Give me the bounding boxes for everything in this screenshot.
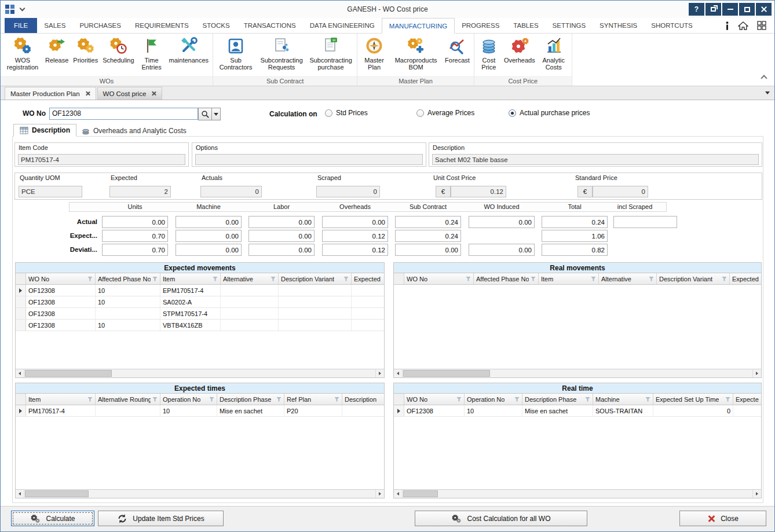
filter-icon[interactable] [514,397,520,402]
cost-cell[interactable]: 1.06 [542,230,608,242]
horizontal-scrollbar[interactable] [16,369,384,377]
cost-cell[interactable]: 0.00 [469,216,535,228]
cell[interactable] [279,285,352,296]
row-selector-header[interactable] [16,394,26,405]
column-header-affected-phase-no[interactable]: Affected Phase No [474,273,539,284]
column-header-description-variant[interactable]: Description Variant [279,273,352,284]
ribbon-item-time-entries[interactable]: Time Entries [137,35,167,72]
column-header-wo-no[interactable]: WO No [26,273,96,284]
horizontal-scrollbar[interactable] [394,489,761,498]
cost-cell[interactable]: 0.82 [542,244,608,256]
column-header-ref-plan[interactable]: Ref Plan [284,394,342,405]
unit-cost-price-field[interactable]: 0.12 [451,186,506,197]
cell[interactable]: EPM170517-4 [160,285,221,296]
cost-cell[interactable]: 0.12 [322,230,388,242]
menu-tab-purchases[interactable]: PURCHASES [72,18,128,33]
radio-actual-purchase-prices[interactable]: Actual purchase prices [509,109,590,117]
filter-icon[interactable] [334,397,339,402]
scrollbar-thumb[interactable] [25,490,89,497]
home-icon[interactable] [738,21,748,30]
menu-tab-shortcuts[interactable]: SHORTCUTS [644,18,699,33]
column-header-wo-no[interactable]: WO No [404,394,465,405]
scrollbar-thumb[interactable] [25,370,112,377]
column-header-alternative[interactable]: Alternative [221,273,279,284]
filter-icon[interactable] [152,397,158,402]
cost-calculation-for-all-wo-button[interactable]: Cost Calculation for all WO [415,511,587,526]
column-header-machine[interactable]: Machine [593,394,653,405]
filter-icon[interactable] [531,277,536,281]
column-header-description[interactable]: Description [342,394,384,405]
filter-icon[interactable] [722,277,727,281]
ribbon-item-sub-purchase[interactable]: st Subcontracting purchase [306,35,355,72]
filter-icon[interactable] [87,397,93,402]
description-field[interactable]: Sachet M02 Table basse [432,154,759,165]
close-button[interactable] [756,3,772,16]
cell[interactable]: 10 [96,285,160,296]
minimize-button[interactable] [722,3,738,16]
options-field[interactable] [195,154,423,165]
column-header-item[interactable]: Item [539,273,599,284]
cost-cell[interactable]: 0.12 [322,244,388,256]
search-button[interactable] [198,108,212,120]
menu-tab-stocks[interactable]: STOCKS [196,18,237,33]
cell[interactable] [733,405,761,416]
filter-icon[interactable] [649,277,654,281]
filter-icon[interactable] [585,397,590,402]
cost-cell[interactable]: 0.00 [176,230,242,242]
cell[interactable] [279,296,352,307]
filter-icon[interactable] [466,277,471,281]
cell[interactable] [96,405,160,416]
item-code-field[interactable]: PM170517-4 [18,154,185,165]
menu-tab-settings[interactable]: SETTINGS [546,18,593,33]
filter-icon[interactable] [276,397,282,402]
info-icon[interactable] [725,21,729,30]
cost-cell[interactable]: 0.00 [248,230,315,242]
menu-tab-requirements[interactable]: REQUIREMENTS [128,18,196,33]
tab-description[interactable]: Description [13,124,76,137]
column-header-alternative[interactable]: Alternative [599,273,657,284]
cost-cell[interactable]: 0.24 [542,216,608,228]
scroll-left-button[interactable] [394,369,403,377]
maximize-button[interactable] [739,3,755,16]
wo-no-input[interactable]: OF12308 [49,108,198,120]
cost-cell[interactable]: 0.70 [102,244,168,256]
column-header-affected-phase-no[interactable]: Affected Phase No [96,273,160,284]
doc-tab-master-production-plan[interactable]: Master Production Plan [5,87,96,100]
row-selector-header[interactable] [394,394,404,405]
cost-cell[interactable]: 0.00 [469,244,535,256]
scroll-right-button[interactable] [752,369,761,377]
cost-cell[interactable]: 0.00 [395,244,461,256]
column-header-item[interactable]: Item [160,273,221,284]
menu-tab-sales[interactable]: SALES [37,18,72,33]
cell[interactable]: SA0202-A [160,296,221,307]
column-header-expected[interactable]: Expected [733,394,761,405]
filter-icon[interactable] [456,397,462,402]
cost-cell[interactable]: 0.00 [322,216,388,228]
filter-icon[interactable] [209,397,214,402]
cell[interactable] [352,296,384,307]
cell[interactable]: 0 [653,405,733,416]
cell[interactable] [221,320,279,331]
cell[interactable]: 10 [96,320,160,331]
horizontal-scrollbar[interactable] [16,489,384,498]
filter-icon[interactable] [725,397,730,402]
scroll-right-button[interactable] [375,369,384,377]
row-selector[interactable] [16,308,26,319]
column-header-operation-no[interactable]: Operation No [160,394,217,405]
cell[interactable]: 10 [96,296,160,307]
update-item-std-prices-button[interactable]: Update Item Std Prices [98,511,224,526]
menu-tab-manufacturing[interactable]: MANUFACTURING [382,18,455,34]
cell[interactable]: VBTB4X16ZB [160,320,221,331]
fullscreen-button[interactable] [705,3,721,16]
column-header-expected-set-up-time[interactable]: Expected Set Up Time [653,394,733,405]
cost-cell[interactable]: 0.00 [176,244,242,256]
row-selector-header[interactable] [16,273,26,284]
radio-average-prices[interactable]: Average Prices [416,109,474,117]
cell[interactable]: SOUS-TRAITAN [593,405,653,416]
cell[interactable] [96,308,160,319]
menu-tab-progress[interactable]: PROGRESS [455,18,506,33]
cost-cell[interactable]: 0.70 [102,230,168,242]
quantity-uom-field[interactable]: PCE [19,186,82,197]
scroll-left-button[interactable] [16,490,24,498]
column-header-description-phase[interactable]: Description Phase [522,394,593,405]
